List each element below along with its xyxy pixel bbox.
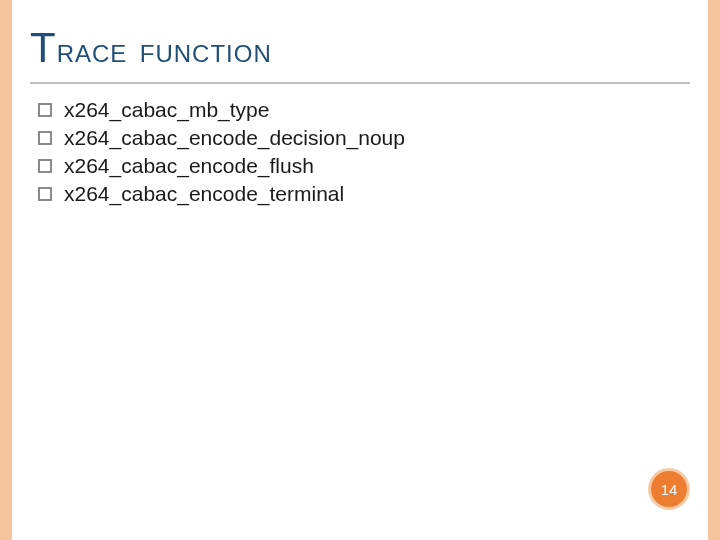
square-bullet-icon <box>38 103 52 117</box>
slide: Trace function x264_cabac_mb_type x264_c… <box>0 0 720 540</box>
title-dropcap: T <box>30 24 57 71</box>
list-item: x264_cabac_encode_flush <box>38 154 680 178</box>
bullet-list: x264_cabac_mb_type x264_cabac_encode_dec… <box>38 98 680 210</box>
square-bullet-icon <box>38 187 52 201</box>
slide-title: Trace function <box>30 24 690 84</box>
list-item: x264_cabac_encode_decision_noup <box>38 126 680 150</box>
square-bullet-icon <box>38 159 52 173</box>
square-bullet-icon <box>38 131 52 145</box>
list-item: x264_cabac_mb_type <box>38 98 680 122</box>
list-item-label: x264_cabac_encode_terminal <box>64 182 344 206</box>
list-item-label: x264_cabac_mb_type <box>64 98 269 122</box>
list-item-label: x264_cabac_encode_flush <box>64 154 314 178</box>
page-number: 14 <box>661 481 678 498</box>
title-rest: race function <box>57 31 272 69</box>
page-number-badge: 14 <box>648 468 690 510</box>
accent-bar-left <box>0 0 12 540</box>
list-item: x264_cabac_encode_terminal <box>38 182 680 206</box>
accent-bar-right <box>708 0 720 540</box>
list-item-label: x264_cabac_encode_decision_noup <box>64 126 405 150</box>
